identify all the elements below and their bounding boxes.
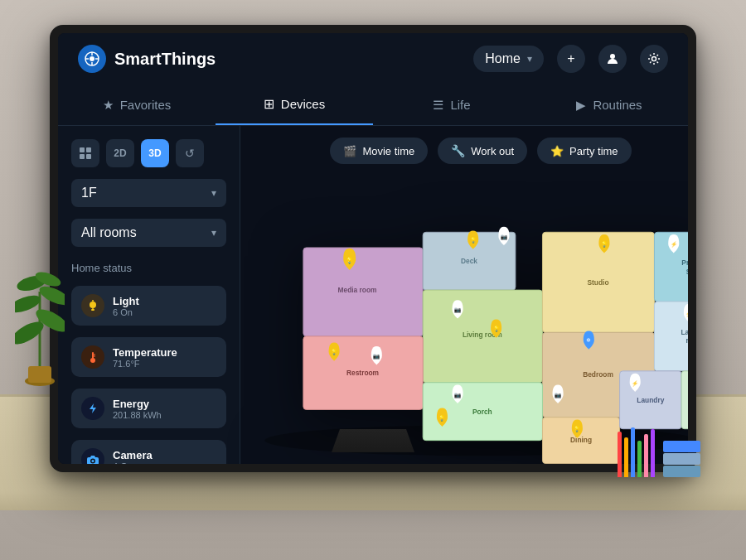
nav-tabs: ★ Favorites ⊞ Devices ☰ Life ▶ Routines xyxy=(58,84,688,126)
svg-text:💡: 💡 xyxy=(601,240,608,248)
routines-icon: ▶ xyxy=(576,98,586,113)
plant xyxy=(15,258,65,394)
svg-point-26 xyxy=(90,358,95,363)
svg-text:💡: 💡 xyxy=(493,325,501,332)
svg-point-21 xyxy=(90,302,96,308)
header-controls: Home ▾ + xyxy=(473,45,668,73)
svg-text:❄: ❄ xyxy=(586,337,591,343)
shelf-front xyxy=(0,492,746,510)
svg-marker-29 xyxy=(90,403,96,413)
tab-life[interactable]: ☰ Life xyxy=(373,84,530,125)
svg-text:💡: 💡 xyxy=(470,236,477,244)
settings-button[interactable] xyxy=(640,45,668,73)
room-chevron xyxy=(211,227,216,239)
home-label: Home xyxy=(485,51,521,66)
svg-point-32 xyxy=(92,460,94,462)
svg-rect-59 xyxy=(681,371,688,429)
svg-text:📷: 📷 xyxy=(454,391,462,398)
svg-rect-19 xyxy=(80,154,85,159)
svg-text:📷: 📷 xyxy=(373,352,380,360)
svg-text:⚡: ⚡ xyxy=(632,379,639,387)
app-title: SmartThings xyxy=(114,50,216,69)
svg-text:💡: 💡 xyxy=(346,257,354,264)
energy-info: Energy 201.88 kWh xyxy=(113,398,162,420)
floor-selector[interactable]: 1F xyxy=(71,179,226,207)
svg-text:Suite: Suite xyxy=(686,268,688,276)
movie-icon: 🎬 xyxy=(343,145,356,157)
svg-text:⚡: ⚡ xyxy=(671,240,678,248)
svg-point-10 xyxy=(90,56,94,61)
shelf-decorations xyxy=(618,427,700,477)
view-history-button[interactable]: ↺ xyxy=(176,139,204,167)
svg-text:Dining: Dining xyxy=(570,436,592,444)
home-selector[interactable]: Home ▾ xyxy=(473,46,544,72)
logo-area: SmartThings xyxy=(78,45,216,73)
svg-text:💡: 💡 xyxy=(331,348,338,355)
svg-rect-17 xyxy=(80,147,85,152)
svg-text:Bedroom: Bedroom xyxy=(583,370,613,379)
map-area: 🎬 Movie time 🔧 Work out ⭐ Party time xyxy=(240,126,688,464)
book-stack xyxy=(663,441,700,477)
temperature-icon xyxy=(81,345,104,369)
svg-point-16 xyxy=(652,57,656,61)
life-icon: ☰ xyxy=(433,98,443,113)
main-content: 2D 3D ↺ 1F xyxy=(58,126,688,464)
room-selector[interactable]: All rooms xyxy=(71,219,226,247)
workout-icon: 🔧 xyxy=(451,144,465,157)
party-icon: ⭐ xyxy=(550,145,564,157)
scene-bar: 🎬 Movie time 🔧 Work out ⭐ Party time xyxy=(257,138,688,164)
status-energy[interactable]: Energy 201.88 kWh xyxy=(71,389,226,428)
svg-rect-18 xyxy=(86,147,91,152)
home-status-title: Home status xyxy=(71,262,226,274)
status-camera[interactable]: Camera 4 On xyxy=(71,440,226,464)
svg-text:room: room xyxy=(685,336,688,345)
svg-point-15 xyxy=(610,54,615,59)
svg-text:Primary: Primary xyxy=(681,258,688,267)
tab-favorites[interactable]: ★ Favorites xyxy=(58,84,216,125)
view-3d-button[interactable]: 3D xyxy=(141,139,169,167)
svg-text:📷: 📷 xyxy=(454,306,462,313)
svg-text:Deck: Deck xyxy=(461,257,477,265)
home-chevron: ▾ xyxy=(527,53,532,65)
add-button[interactable]: + xyxy=(557,45,585,73)
svg-rect-20 xyxy=(86,154,91,159)
tv-stand xyxy=(332,429,414,452)
camera-info: Camera 4 On xyxy=(113,449,153,465)
svg-text:💡: 💡 xyxy=(438,414,446,422)
scene-movie-time[interactable]: 🎬 Movie time xyxy=(330,138,428,164)
temperature-info: Temperature 71.6°F xyxy=(113,346,177,369)
status-temperature[interactable]: Temperature 71.6°F xyxy=(71,337,226,377)
tv-frame: SmartThings Home ▾ + xyxy=(50,25,696,472)
svg-rect-1 xyxy=(28,366,51,383)
scene-workout[interactable]: 🔧 Work out xyxy=(438,138,527,164)
room-label: All rooms xyxy=(81,225,137,240)
light-icon xyxy=(81,294,104,317)
tab-devices[interactable]: ⊞ Devices xyxy=(216,84,373,125)
svg-text:Studio: Studio xyxy=(588,278,609,287)
svg-text:📷: 📷 xyxy=(501,233,508,240)
app-header: SmartThings Home ▾ + xyxy=(58,33,688,84)
devices-icon: ⊞ xyxy=(264,96,274,112)
favorites-icon: ★ xyxy=(103,98,114,113)
view-controls: 2D 3D ↺ xyxy=(71,139,226,167)
view-grid-button[interactable] xyxy=(71,139,99,167)
sidebar: 2D 3D ↺ 1F xyxy=(58,126,240,464)
energy-icon xyxy=(81,397,104,420)
floor-plan: Media room Deck xyxy=(257,176,688,464)
svg-text:⚡: ⚡ xyxy=(685,310,688,317)
light-info: Light 6 On xyxy=(113,295,139,317)
view-2d-button[interactable]: 2D xyxy=(106,139,134,167)
status-light[interactable]: Light 6 On xyxy=(71,286,226,326)
svg-text:Laundry: Laundry xyxy=(637,396,664,404)
svg-text:Porch: Porch xyxy=(472,408,492,416)
tab-routines[interactable]: ▶ Routines xyxy=(530,84,688,125)
scene-party-time[interactable]: ⭐ Party time xyxy=(537,138,632,164)
svg-text:Media room: Media room xyxy=(338,286,377,294)
svg-text:📷: 📷 xyxy=(555,391,562,398)
profile-button[interactable] xyxy=(598,45,627,73)
smartthings-app: SmartThings Home ▾ + xyxy=(58,33,688,464)
svg-marker-33 xyxy=(90,456,95,457)
floor-label: 1F xyxy=(81,186,97,200)
floor-plan-container: Media room Deck xyxy=(257,176,688,464)
tv-screen: SmartThings Home ▾ + xyxy=(58,33,688,464)
